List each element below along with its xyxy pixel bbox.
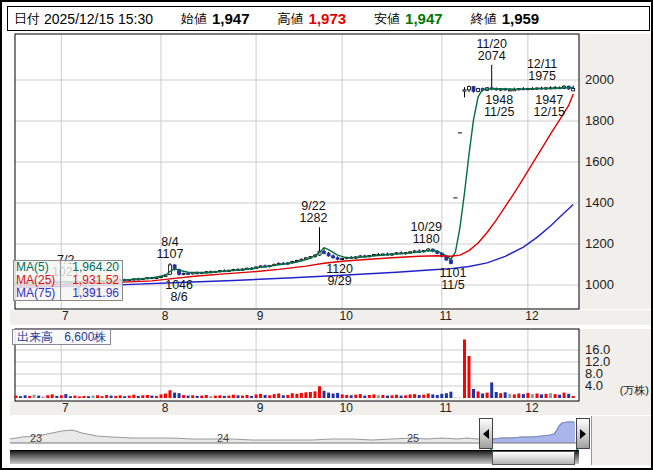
svg-text:2074: 2074	[478, 49, 506, 63]
volume-value: 6,600株	[64, 330, 106, 344]
svg-text:12/15: 12/15	[534, 105, 565, 119]
svg-text:9/29: 9/29	[327, 274, 351, 288]
svg-text:11/25: 11/25	[484, 105, 514, 119]
arrow-right-icon	[580, 429, 586, 439]
close-label: 終値	[471, 10, 497, 28]
scrollbar-track[interactable]	[10, 450, 579, 464]
svg-text:8: 8	[162, 309, 169, 323]
axis-backgrounds	[10, 34, 651, 415]
svg-text:1180: 1180	[413, 232, 440, 246]
svg-text:12: 12	[525, 309, 539, 323]
svg-text:1600: 1600	[585, 154, 614, 169]
svg-text:9: 9	[257, 309, 264, 323]
svg-text:1975: 1975	[528, 69, 556, 83]
date-label: 日付	[14, 10, 40, 28]
navigator-right-panel	[591, 416, 653, 465]
high-value: 1,973	[309, 10, 347, 27]
navigator-range-area[interactable]	[10, 417, 579, 449]
svg-text:8/6: 8/6	[170, 290, 187, 304]
svg-text:9: 9	[257, 401, 264, 415]
svg-text:10: 10	[340, 309, 354, 323]
svg-text:1282: 1282	[300, 211, 328, 225]
navigator-left-button[interactable]	[479, 418, 493, 449]
svg-text:1000: 1000	[585, 277, 614, 292]
low-value: 1,947	[405, 10, 443, 27]
ma-legend-box: MA(5) 1,964.20 MA(25) 1,931.52 MA(75) 1,…	[13, 260, 123, 301]
volume-bars	[15, 340, 575, 399]
volume-label-box: 出来高 6,600株	[12, 329, 111, 345]
svg-text:1800: 1800	[585, 113, 614, 128]
chart-canvas[interactable]: 20001800160014001200100016.012.08.04.0(万…	[2, 2, 653, 470]
date-value: 2025/12/15 15:30	[44, 11, 153, 27]
volume-label: 出来高	[17, 330, 53, 344]
svg-text:7: 7	[62, 309, 69, 323]
scrollbar-thumb[interactable]	[492, 451, 575, 465]
stock-chart-window: 20001800160014001200100016.012.08.04.0(万…	[0, 0, 653, 470]
svg-text:1400: 1400	[585, 195, 614, 210]
open-label: 始値	[181, 10, 207, 28]
close-value: 1,959	[502, 10, 540, 27]
svg-text:11: 11	[440, 309, 453, 323]
svg-text:2000: 2000	[585, 72, 614, 87]
ma75-row: MA(75) 1,391.96	[14, 287, 122, 300]
svg-text:11: 11	[440, 401, 453, 415]
svg-text:10: 10	[340, 401, 354, 415]
ma75-label: MA(75)	[14, 287, 61, 300]
open-value: 1,947	[212, 10, 250, 27]
svg-text:11/5: 11/5	[441, 278, 464, 292]
svg-text:4.0: 4.0	[585, 378, 603, 393]
svg-text:7: 7	[62, 401, 69, 415]
svg-text:1107: 1107	[157, 247, 184, 261]
svg-text:(万株): (万株)	[620, 384, 649, 396]
ma75-value: 1,391.96	[61, 287, 122, 300]
ma25-line	[16, 94, 573, 286]
svg-text:8: 8	[162, 401, 169, 415]
quote-header: 日付 2025/12/15 15:30 始値 1,947 高値 1,973 安値…	[7, 6, 650, 31]
low-label: 安値	[374, 10, 400, 28]
svg-text:1200: 1200	[585, 236, 614, 251]
arrow-left-icon	[483, 429, 489, 439]
navigator-right-button[interactable]	[576, 418, 590, 449]
svg-text:12: 12	[525, 401, 539, 415]
high-label: 高値	[278, 10, 304, 28]
price-annotations: 7/2102110118/4110710468/69/22128211209/2…	[52, 37, 565, 304]
